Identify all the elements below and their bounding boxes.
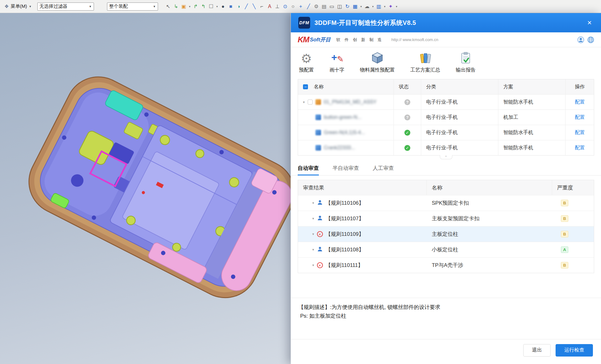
configure-link[interactable]: 配置 — [575, 114, 585, 121]
expand-caret-icon[interactable]: ▾ — [312, 263, 314, 267]
expand-caret-icon[interactable]: ▾ — [312, 217, 314, 221]
main-menu-button[interactable]: ❖ 菜单(M) ▼ — [3, 3, 33, 9]
expand-caret-icon[interactable]: ▾ — [312, 248, 314, 252]
reviewer-person-icon — [317, 246, 323, 254]
help-globe-icon[interactable] — [587, 36, 594, 43]
output-report-button[interactable]: 输出报告 — [456, 51, 476, 73]
cross-tool-icon[interactable]: + — [297, 2, 304, 11]
selection-box-icon[interactable]: ☐ — [208, 2, 215, 11]
books-icon — [419, 51, 431, 64]
text-annotate-icon[interactable]: A — [266, 2, 273, 11]
config-table-row[interactable]: Crank22333... ✓ 电子行业-手机 智能防水手机 配置 — [298, 140, 594, 155]
perpendicular-icon[interactable]: ⊥ — [274, 2, 281, 11]
selection-filter-dropdown[interactable]: 无选择过滤器 ▼ — [37, 2, 94, 11]
cloud-tool-icon[interactable]: ☁ — [364, 2, 370, 11]
expand-caret-icon[interactable]: ▾ — [312, 232, 314, 236]
category-cell: 电子行业-手机 — [421, 95, 498, 110]
material-preconfig-button[interactable]: 物料属性预配置 — [360, 51, 395, 73]
plan-cell: 智能防水手机 — [498, 95, 566, 110]
gear-edit-icon[interactable]: ⚙ — [313, 2, 320, 11]
status-question-icon: ? — [404, 114, 410, 120]
solid-view-icon[interactable]: ■ — [227, 2, 234, 11]
selection-caret-icon[interactable]: ▾ — [216, 2, 219, 11]
review-row[interactable]: ▾ 【规则110106】 SPK预固定卡扣 B — [298, 195, 594, 211]
category-cell: 电子行业-手机 — [421, 110, 498, 125]
cross-pencil-icon: +✎ — [331, 51, 343, 64]
close-icon[interactable]: × — [585, 18, 594, 28]
preconfig-button[interactable]: ⚙ 预配置 — [299, 51, 314, 73]
rule-description-line1: 【规则描述】:为方便使用自动螺丝机, 锁螺丝部件的设计要求 — [298, 303, 594, 312]
line-tool-icon[interactable]: ╱ — [243, 2, 250, 11]
expand-caret-icon[interactable]: ▾ — [312, 201, 314, 205]
gear-icon: ⚙ — [301, 53, 312, 64]
config-table-row[interactable]: Green-N(4,1)S-4... ✓ 电子行业-手机 智能防水手机 配置 — [298, 125, 594, 140]
effects-icon[interactable]: ✦ — [387, 2, 394, 11]
process-summary-button[interactable]: 工艺方案汇总 — [410, 51, 440, 73]
pan-tool-icon[interactable]: ↳ — [173, 2, 179, 11]
col-action-header: 操作 — [566, 79, 594, 94]
configure-link[interactable]: 配置 — [575, 129, 585, 136]
polyline-tool-icon[interactable]: ╲ — [251, 2, 258, 11]
clipboard-icon[interactable]: ▤ — [321, 2, 328, 11]
grid-caret-icon[interactable]: ▾ — [360, 2, 363, 11]
brand-tagline: 软 件 创 新 制 造 — [336, 37, 383, 43]
review-row-selected[interactable]: ▾ × 【规则110109】 主板定位柱 B — [298, 226, 594, 242]
diagonal-tool-icon[interactable]: ╱ — [305, 2, 312, 11]
select-all-checkbox[interactable]: − — [303, 84, 308, 89]
review-row[interactable]: ▾ × 【规则110111】 TP与A壳干涉 B — [298, 257, 594, 273]
selection-filter-value: 无选择过滤器 — [40, 3, 68, 9]
top-toolbar: ❖ 菜单(M) ▼ 无选择过滤器 ▼ 整个装配 ▼ ↖↳▣▾↱↰☐▾●■◑╱╲⌐… — [0, 0, 601, 13]
assembly-scope-dropdown[interactable]: 整个装配 ▼ — [107, 2, 158, 11]
kmsoft-logo-text: Soft开目 — [310, 36, 331, 43]
grid-view-icon[interactable]: ▦ — [352, 2, 359, 11]
rule-description: 【规则描述】:为方便使用自动螺丝机, 锁螺丝部件的设计要求 Ps: 如主板加定位… — [291, 298, 601, 324]
user-account-icon[interactable] — [577, 36, 584, 43]
rule-id: 【规则110109】 — [326, 231, 364, 238]
row-checkbox[interactable] — [308, 100, 313, 105]
effects-caret-icon[interactable]: ▾ — [395, 2, 398, 11]
draw-cross-button[interactable]: +✎ 画十字 — [329, 51, 344, 73]
cloud-caret-icon[interactable]: ▾ — [371, 2, 375, 11]
exit-button[interactable]: 退出 — [523, 344, 551, 357]
configure-link[interactable]: 配置 — [575, 145, 585, 151]
import-part-icon[interactable]: ↱ — [192, 2, 199, 11]
dialog-title: 3DDFM-开目可制造性分析系统V8.5 — [314, 19, 416, 27]
status-ok-icon: ✓ — [404, 145, 410, 151]
collapse-table-button[interactable]: ^ — [440, 155, 452, 159]
config-table-row[interactable]: ▾ 01_PN4134_MD_ASSY ? 电子行业-手机 智能防水手机 配置 — [298, 94, 594, 110]
export-part-icon[interactable]: ↰ — [200, 2, 207, 11]
center-circle-icon[interactable]: ⊙ — [282, 2, 289, 11]
corner-tool-icon[interactable]: ⌐ — [259, 2, 265, 11]
rule-id: 【规则110108】 — [326, 246, 364, 253]
review-row[interactable]: ▾ 【规则110107】 主板支架预固定卡扣 B — [298, 211, 594, 226]
run-check-button[interactable]: 运行检查 — [556, 344, 593, 357]
half-render-icon[interactable]: ◑ — [235, 2, 242, 11]
expand-caret-icon[interactable]: ▾ — [303, 100, 305, 104]
select-tool-icon[interactable]: ↖ — [165, 2, 172, 11]
tab-auto-review[interactable]: 自动审查 — [298, 161, 319, 175]
window-view-icon[interactable]: ▭ — [328, 2, 335, 11]
dialog-title-bar: DFM 3DDFM-开目可制造性分析系统V8.5 × — [291, 13, 601, 32]
review-row[interactable]: ▾ 【规则110108】 小板定位柱 A — [298, 242, 594, 257]
brand-bar: KM Soft开目 软 件 创 新 制 造 http:// www.kmsoft… — [291, 32, 601, 47]
circle-tool-icon[interactable]: ○ — [290, 2, 296, 11]
refresh-icon[interactable]: ↻ — [344, 2, 351, 11]
layers-caret-icon[interactable]: ▾ — [383, 2, 386, 11]
viewport-3d-model-phone[interactable] — [0, 13, 291, 364]
col-result-header: 审查结果 — [298, 180, 427, 195]
configure-link[interactable]: 配置 — [575, 99, 585, 105]
image-tool-icon[interactable]: ▣ — [180, 2, 187, 11]
layers-icon[interactable]: ▥ — [375, 2, 382, 11]
main-menu-label: 菜单(M) — [11, 3, 27, 9]
col-category-header: 分类 — [421, 79, 498, 94]
config-table-header: − 名称 状态 分类 方案 操作 — [298, 79, 594, 94]
part-icon — [315, 130, 321, 135]
part-name: 01_PN4134_MD_ASSY — [324, 99, 377, 105]
snapshot-icon[interactable]: ◫ — [336, 2, 343, 11]
config-table-row[interactable]: button-green-N... ? 电子行业-手机 机加工 配置 — [298, 110, 594, 125]
tab-semi-auto-review[interactable]: 半自动审查 — [333, 161, 359, 175]
image-caret-icon[interactable]: ▾ — [188, 2, 191, 11]
brand-url: http:// www.kmsoft.com.cn — [391, 37, 438, 42]
shaded-view-icon[interactable]: ● — [220, 2, 226, 11]
tab-manual-review[interactable]: 人工审查 — [373, 161, 394, 175]
